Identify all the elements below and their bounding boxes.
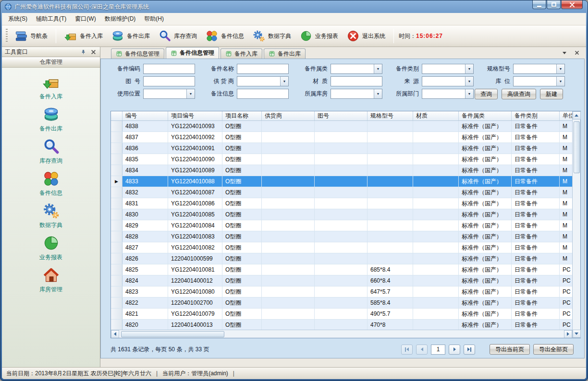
chevron-down-icon[interactable]: ▼ <box>465 77 473 86</box>
column-header-3[interactable]: 项目名称 <box>222 111 262 120</box>
drawing-no-input[interactable] <box>143 76 195 86</box>
column-header-6[interactable]: 规格型号 <box>368 111 413 120</box>
column-header-10[interactable]: 单位 <box>560 111 572 120</box>
department-input[interactable]: ▼ <box>422 89 474 99</box>
new-button[interactable]: 新建 <box>540 89 563 99</box>
table-row[interactable]: 4837YG12204010092O型圈标准件（国产）日常备件M <box>111 132 572 143</box>
scroll-up-button[interactable] <box>573 111 581 119</box>
chevron-down-icon[interactable]: ▼ <box>186 89 195 98</box>
scroll-left-button[interactable] <box>111 330 119 338</box>
column-header-5[interactable]: 图号 <box>315 111 368 120</box>
part-code-input[interactable] <box>143 64 195 74</box>
vertical-scrollbar[interactable] <box>572 111 580 338</box>
remark-input[interactable] <box>237 89 289 99</box>
table-row[interactable]: 4821YG12204010079O型圈490*5.7标准件（国产）日常备件PC <box>111 309 572 320</box>
chevron-down-icon[interactable]: ▼ <box>465 89 473 98</box>
column-header-1[interactable]: 编号 <box>122 111 168 120</box>
horizontal-scroll-thumb[interactable] <box>121 331 224 337</box>
tab-close-button[interactable] <box>574 49 580 56</box>
menu-item-2[interactable]: 辅助工具(T) <box>32 13 71 25</box>
sidebar-item-1[interactable]: 备件入库 <box>2 72 100 103</box>
table-row[interactable]: 48241220401400012O型圈660*8.4标准件（国产）日常备件PC <box>111 275 572 286</box>
sidebar-item-2[interactable]: 备件出库 <box>2 104 100 135</box>
toolbar-button-4[interactable]: 库存查询 <box>154 27 201 45</box>
sidebar-item-4[interactable]: 备件信息 <box>2 168 100 199</box>
table-row[interactable]: 4829YG12204010084O型圈标准件（国产）日常备件M <box>111 220 572 231</box>
table-row[interactable]: 4835YG12204010090O型圈标准件（国产）日常备件M <box>111 154 572 165</box>
table-row[interactable]: 4832YG12204010087O型圈标准件（国产）日常备件M <box>111 187 572 198</box>
export-current-page-button[interactable]: 导出当前页 <box>490 344 530 355</box>
column-header-4[interactable]: 供货商 <box>262 111 315 120</box>
table-row[interactable]: 48261220401000599O型圈标准件（国产）日常备件M <box>111 253 572 264</box>
menu-item-3[interactable]: 窗口(W) <box>71 13 100 25</box>
horizontal-scrollbar[interactable] <box>111 330 572 338</box>
sidebar-item-6[interactable]: 业务报表 <box>2 233 100 263</box>
sidebar-close-button[interactable] <box>90 48 97 56</box>
chevron-down-icon[interactable]: ▼ <box>374 64 382 73</box>
advanced-query-button[interactable]: 高级查询 <box>502 89 536 99</box>
sidebar-item-7[interactable]: 库房管理 <box>2 265 100 296</box>
chevron-down-icon[interactable]: ▼ <box>556 77 564 86</box>
table-row[interactable]: 4827YG12204010082O型圈标准件（国产）日常备件M <box>111 242 572 253</box>
chevron-down-icon[interactable]: ▼ <box>556 64 564 73</box>
part-class-input[interactable]: ▼ <box>422 64 474 74</box>
column-header-9[interactable]: 备件类别 <box>512 111 560 120</box>
table-row[interactable]: 4830YG12204010085O型圈标准件（国产）日常备件M <box>111 209 572 220</box>
first-page-button[interactable] <box>401 345 413 355</box>
table-row[interactable]: 4838YG12204010093O型圈标准件（国产）日常备件M <box>111 121 572 132</box>
part-name-input[interactable] <box>237 64 289 74</box>
location-input[interactable]: ▼ <box>513 76 565 86</box>
use-position-input[interactable]: ▼ <box>143 89 195 99</box>
scroll-right-button[interactable] <box>564 330 572 338</box>
toolbar-button-6[interactable]: 数据字典 <box>248 27 295 45</box>
table-row[interactable]: 48201220401400013O型圈470*8标准件（国产）日常备件PC <box>111 320 572 330</box>
source-input[interactable]: ▼ <box>422 76 474 86</box>
prev-page-button[interactable] <box>416 345 428 355</box>
spec-model-input[interactable]: ▼ <box>513 64 565 74</box>
column-header-8[interactable]: 备件属类 <box>459 111 512 120</box>
toolbar-button-7[interactable]: 业务报表 <box>295 27 343 45</box>
toolbar-button-5[interactable]: 备件信息 <box>201 27 248 45</box>
menu-item-4[interactable]: 数据维护(D) <box>100 13 140 25</box>
table-row[interactable]: 48221220401002700O型圈585*8.4标准件（国产）日常备件PC <box>111 298 572 309</box>
toolbar-button-2[interactable]: 备件入库 <box>60 27 107 45</box>
warehouse-input[interactable]: ▼ <box>331 89 382 99</box>
chevron-down-icon[interactable]: ▼ <box>280 77 288 86</box>
tab-2[interactable]: 备件信息管理 <box>166 47 219 59</box>
supplier-input[interactable]: ▼ <box>237 76 289 86</box>
tab-list-button[interactable] <box>561 49 568 56</box>
last-page-button[interactable] <box>464 345 475 355</box>
table-row[interactable]: 4836YG12204010091O型圈标准件（国产）日常备件M <box>111 143 572 154</box>
next-page-button[interactable] <box>449 345 460 355</box>
scroll-down-button[interactable] <box>573 330 581 338</box>
vertical-scroll-thumb[interactable] <box>574 121 580 173</box>
pin-button[interactable] <box>80 48 87 56</box>
tab-1[interactable]: 备件信息管理 <box>111 48 164 59</box>
close-button[interactable] <box>561 0 583 9</box>
export-all-pages-button[interactable]: 导出全部页 <box>533 344 574 355</box>
toolbar-button-1[interactable]: 导航条 <box>11 27 52 45</box>
menu-item-5[interactable]: 帮助(H) <box>140 13 168 25</box>
part-category-input[interactable]: ▼ <box>331 64 382 74</box>
column-header-2[interactable]: 项目编号 <box>168 111 222 120</box>
sidebar-item-3[interactable]: 库存查询 <box>2 136 100 167</box>
table-row[interactable]: 4834YG12204010089O型圈标准件（国产）日常备件M <box>111 165 572 176</box>
column-header-7[interactable]: 材质 <box>413 111 459 120</box>
table-row[interactable]: 4828YG12204010083O型圈标准件（国产）日常备件M <box>111 231 572 242</box>
table-row[interactable]: 4825YG12204010081O型圈685*8.4标准件（国产）日常备件PC <box>111 264 572 275</box>
toolbar-button-8[interactable]: 退出系统 <box>343 27 390 45</box>
chevron-down-icon[interactable]: ▼ <box>465 64 473 73</box>
tab-3[interactable]: 备件入库 <box>220 48 262 59</box>
toolbar-grip[interactable] <box>6 29 8 43</box>
menu-item-1[interactable]: 系统(S) <box>4 13 32 25</box>
material-input[interactable] <box>331 76 382 86</box>
toolbar-button-3[interactable]: 备件出库 <box>107 27 154 45</box>
tab-4[interactable]: 备件出库 <box>264 48 306 59</box>
sidebar-item-5[interactable]: 数据字典 <box>2 201 100 231</box>
minimize-button[interactable] <box>532 0 546 9</box>
chevron-down-icon[interactable]: ▼ <box>374 89 382 98</box>
maximize-button[interactable] <box>547 0 561 9</box>
page-number-input[interactable]: 1 <box>431 345 445 355</box>
titlebar[interactable]: 广州爱奇迪软件科技有限公司-深田之星仓库管理系统 <box>0 0 588 13</box>
table-row[interactable]: 4823YG12204010080O型圈647*5.7标准件（国产）日常备件PC <box>111 286 572 298</box>
